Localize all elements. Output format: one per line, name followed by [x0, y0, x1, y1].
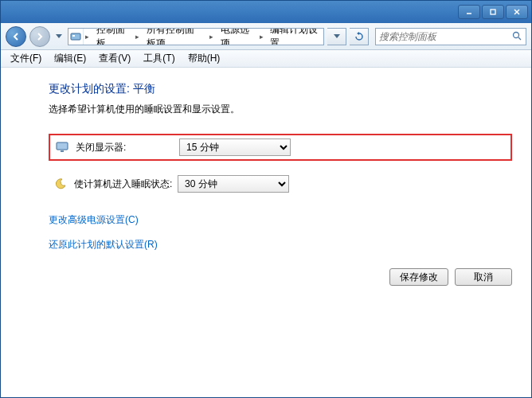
content-area: 更改计划的设置: 平衡 选择希望计算机使用的睡眠设置和显示设置。 关闭显示器: … [1, 68, 531, 397]
address-bar: ▸ 控制面板 ▸ 所有控制面板项 ▸ 电源选项 ▸ 编辑计划设置 [68, 28, 324, 45]
breadcrumb-item[interactable]: 电源选项 [216, 29, 258, 45]
refresh-button[interactable] [350, 28, 369, 45]
svg-rect-1 [491, 10, 495, 14]
menu-edit[interactable]: 编辑(E) [48, 50, 92, 67]
maximize-button[interactable] [482, 5, 504, 19]
setting-label: 使计算机进入睡眠状态: [74, 178, 178, 191]
breadcrumb-item[interactable]: 控制面板 [92, 29, 134, 45]
forward-button[interactable] [29, 26, 50, 47]
sleep-select[interactable]: 30 分钟 [178, 175, 289, 193]
svg-rect-8 [57, 142, 68, 150]
save-button[interactable]: 保存修改 [389, 268, 448, 286]
back-button[interactable] [6, 26, 26, 47]
page-title: 更改计划的设置: 平衡 [49, 82, 512, 96]
breadcrumb-item[interactable]: 所有控制面板项 [142, 29, 208, 45]
search-input[interactable] [376, 31, 508, 42]
minimize-button[interactable] [458, 5, 480, 19]
search-icon[interactable] [508, 31, 526, 41]
menu-view[interactable]: 查看(V) [92, 50, 137, 67]
breadcrumb-sep[interactable]: ▸ [207, 29, 215, 45]
page-subtext: 选择希望计算机使用的睡眠设置和显示设置。 [49, 103, 512, 116]
monitor-icon [55, 140, 69, 154]
history-dropdown[interactable] [53, 29, 65, 45]
svg-rect-9 [61, 150, 64, 152]
setting-display-off: 关闭显示器: 15 分钟 [49, 134, 512, 161]
setting-label: 关闭显示器: [76, 141, 179, 154]
menu-file[interactable]: 文件(F) [4, 50, 48, 67]
control-panel-icon [68, 29, 84, 45]
svg-line-7 [518, 37, 521, 40]
moon-icon [53, 177, 68, 191]
breadcrumb-sep[interactable]: ▸ [133, 29, 141, 45]
breadcrumb-sep[interactable]: ▸ [257, 29, 265, 45]
svg-rect-4 [71, 33, 80, 40]
cancel-button[interactable]: 取消 [455, 268, 512, 286]
menubar: 文件(F) 编辑(E) 查看(V) 工具(T) 帮助(H) [1, 50, 531, 68]
close-button[interactable] [506, 5, 528, 19]
menu-help[interactable]: 帮助(H) [182, 50, 227, 67]
breadcrumb-item[interactable]: 编辑计划设置 [265, 29, 323, 45]
svg-point-6 [513, 33, 518, 38]
setting-sleep: 使计算机进入睡眠状态: 30 分钟 [49, 170, 512, 197]
search-box[interactable] [375, 28, 526, 45]
link-restore-defaults[interactable]: 还原此计划的默认设置(R) [49, 238, 512, 252]
link-advanced-power[interactable]: 更改高级电源设置(C) [49, 213, 512, 227]
display-off-select[interactable]: 15 分钟 [179, 139, 291, 156]
breadcrumb-sep[interactable]: ▸ [84, 29, 92, 45]
svg-rect-5 [72, 35, 75, 37]
navbar: ▸ 控制面板 ▸ 所有控制面板项 ▸ 电源选项 ▸ 编辑计划设置 [1, 23, 531, 50]
address-dropdown[interactable] [327, 28, 346, 45]
titlebar [1, 1, 531, 23]
menu-tools[interactable]: 工具(T) [137, 50, 181, 67]
